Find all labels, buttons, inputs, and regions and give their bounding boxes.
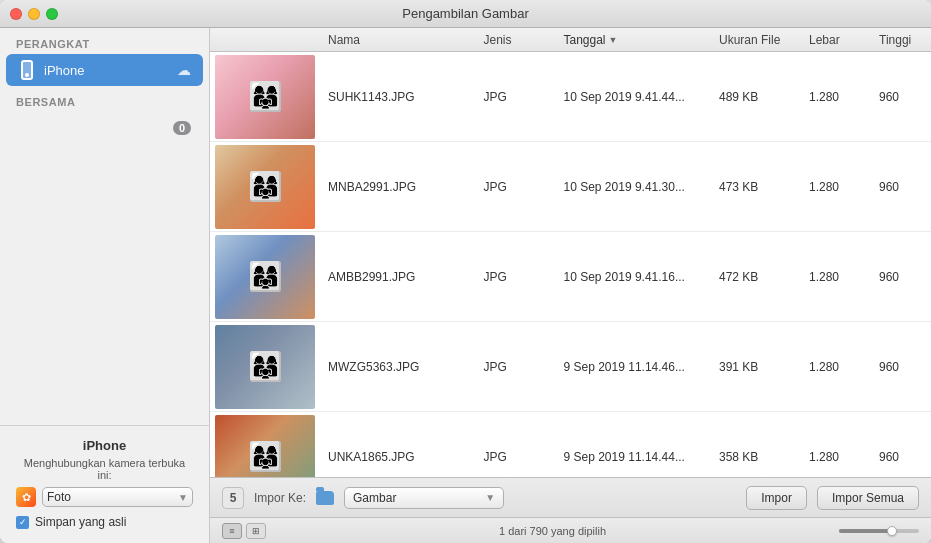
thumb-content: 👩‍👩‍👧 (215, 415, 315, 478)
thumb-cell: 👩‍👩‍👧 (210, 143, 320, 231)
status-bar: ≡ ⊞ 1 dari 790 yang dipilih (210, 517, 931, 543)
cell-ukuran: 473 KB (711, 180, 801, 194)
window: Pengambilan Gambar PERANGKAT iPhone ☁ BE… (0, 0, 931, 543)
cell-ukuran: 358 KB (711, 450, 801, 464)
sidebar-item-shared[interactable]: 0 (6, 112, 203, 144)
cell-jenis: JPG (476, 360, 556, 374)
cell-lebar: 1.280 (801, 360, 871, 374)
checkmark-icon: ✓ (19, 517, 27, 527)
sidebar-connect-label: Menghubungkan kamera terbuka ini: (16, 457, 193, 481)
thumbnail-image: 👩‍👩‍👧 (215, 415, 315, 478)
col-header-tanggal[interactable]: Tanggal ▼ (556, 33, 712, 47)
table-row[interactable]: 👩‍👩‍👧 SUHK1143.JPG JPG 10 Sep 2019 9.41.… (210, 52, 931, 142)
tanggal-label: Tanggal (564, 33, 606, 47)
cell-tanggal: 9 Sep 2019 11.14.46... (556, 360, 712, 374)
cell-lebar: 1.280 (801, 90, 871, 104)
cell-ukuran: 472 KB (711, 270, 801, 284)
app-select[interactable]: Foto ▼ (42, 487, 193, 507)
thumb-cell: 👩‍👩‍👧 (210, 233, 320, 321)
zoom-slider[interactable] (839, 529, 919, 533)
table-row[interactable]: 👩‍👩‍👧 AMBB2991.JPG JPG 10 Sep 2019 9.41.… (210, 232, 931, 322)
bottom-bar: 5 Impor Ke: Gambar ▼ Impor Impor Semua (210, 477, 931, 517)
impor-semua-button[interactable]: Impor Semua (817, 486, 919, 510)
foto-app-icon (16, 487, 36, 507)
thumb-content: 👩‍👩‍👧 (215, 235, 315, 319)
col-header-tinggi[interactable]: Tinggi (871, 33, 931, 47)
save-original-row: ✓ Simpan yang asli (16, 515, 193, 529)
iphone-icon-wrap (18, 59, 36, 81)
sidebar-device-name: iPhone (16, 438, 193, 453)
import-badge: 5 (222, 487, 244, 509)
folder-icon (316, 491, 334, 505)
zoom-track (839, 529, 891, 533)
zoom-slider-wrap (839, 529, 919, 533)
table-header: Nama Jenis Tanggal ▼ Ukuran File Lebar T… (210, 28, 931, 52)
thumb-cell: 👩‍👩‍👧 (210, 323, 320, 411)
cell-jenis: JPG (476, 450, 556, 464)
thumb-content: 👩‍👩‍👧 (215, 325, 315, 409)
cell-lebar: 1.280 (801, 450, 871, 464)
impor-button[interactable]: Impor (746, 486, 807, 510)
sidebar-app-row: Foto ▼ (16, 487, 193, 507)
thumb-cell: 👩‍👩‍👧 (210, 413, 320, 478)
sidebar-spacer (0, 144, 209, 425)
destination-select[interactable]: Gambar ▼ (344, 487, 504, 509)
cell-jenis: JPG (476, 90, 556, 104)
col-header-ukuran[interactable]: Ukuran File (711, 33, 801, 47)
sidebar: PERANGKAT iPhone ☁ BERSAMA 0 iPhone Meng… (0, 28, 210, 543)
cell-tinggi: 960 (871, 270, 931, 284)
cell-ukuran: 391 KB (711, 360, 801, 374)
cell-tinggi: 960 (871, 180, 931, 194)
shared-icon (18, 117, 36, 139)
thumbnail-image: 👩‍👩‍👧 (215, 145, 315, 229)
content-area: Nama Jenis Tanggal ▼ Ukuran File Lebar T… (210, 28, 931, 543)
zoom-thumb[interactable] (887, 526, 897, 536)
cell-nama: AMBB2991.JPG (320, 270, 476, 284)
cell-tanggal: 10 Sep 2019 9.41.44... (556, 90, 712, 104)
cell-nama: UNKA1865.JPG (320, 450, 476, 464)
sidebar-item-iphone[interactable]: iPhone ☁ (6, 54, 203, 86)
impor-ke-label: Impor Ke: (254, 491, 306, 505)
table-body: 👩‍👩‍👧 SUHK1143.JPG JPG 10 Sep 2019 9.41.… (210, 52, 931, 477)
close-button[interactable] (10, 8, 22, 20)
minimize-button[interactable] (28, 8, 40, 20)
cell-lebar: 1.280 (801, 270, 871, 284)
cell-tinggi: 960 (871, 360, 931, 374)
save-original-label: Simpan yang asli (35, 515, 126, 529)
cell-lebar: 1.280 (801, 180, 871, 194)
table-row[interactable]: 👩‍👩‍👧 MWZG5363.JPG JPG 9 Sep 2019 11.14.… (210, 322, 931, 412)
thumbnail-image: 👩‍👩‍👧 (215, 55, 315, 139)
cell-tanggal: 10 Sep 2019 9.41.30... (556, 180, 712, 194)
cell-tanggal: 10 Sep 2019 9.41.16... (556, 270, 712, 284)
col-header-jenis[interactable]: Jenis (476, 33, 556, 47)
save-original-checkbox[interactable]: ✓ (16, 516, 29, 529)
thumb-cell: 👩‍👩‍👧 (210, 53, 320, 141)
table-row[interactable]: 👩‍👩‍👧 UNKA1865.JPG JPG 9 Sep 2019 11.14.… (210, 412, 931, 477)
destination-label: Gambar (353, 491, 396, 505)
view-icons: ≡ ⊞ (222, 523, 266, 539)
thumbnail-image: 👩‍👩‍👧 (215, 235, 315, 319)
shared-badge: 0 (173, 121, 191, 135)
col-header-nama[interactable]: Nama (320, 33, 476, 47)
cell-jenis: JPG (476, 270, 556, 284)
cell-tanggal: 9 Sep 2019 11.14.44... (556, 450, 712, 464)
list-view-button[interactable]: ≡ (222, 523, 242, 539)
sidebar-bottom: iPhone Menghubungkan kamera terbuka ini:… (0, 425, 209, 543)
cell-tinggi: 960 (871, 90, 931, 104)
cell-nama: MNBA2991.JPG (320, 180, 476, 194)
sidebar-section-shared: BERSAMA (0, 86, 209, 112)
maximize-button[interactable] (46, 8, 58, 20)
window-title: Pengambilan Gambar (402, 6, 528, 21)
thumbnail-image: 👩‍👩‍👧 (215, 325, 315, 409)
status-text: 1 dari 790 yang dipilih (274, 525, 831, 537)
cell-nama: SUHK1143.JPG (320, 90, 476, 104)
thumb-content: 👩‍👩‍👧 (215, 55, 315, 139)
sort-arrow-icon: ▼ (609, 35, 618, 45)
col-header-lebar[interactable]: Lebar (801, 33, 871, 47)
cell-tinggi: 960 (871, 450, 931, 464)
grid-view-button[interactable]: ⊞ (246, 523, 266, 539)
sidebar-section-devices: PERANGKAT (0, 28, 209, 54)
thumb-content: 👩‍👩‍👧 (215, 145, 315, 229)
app-select-arrow: ▼ (178, 492, 188, 503)
table-row[interactable]: 👩‍👩‍👧 MNBA2991.JPG JPG 10 Sep 2019 9.41.… (210, 142, 931, 232)
